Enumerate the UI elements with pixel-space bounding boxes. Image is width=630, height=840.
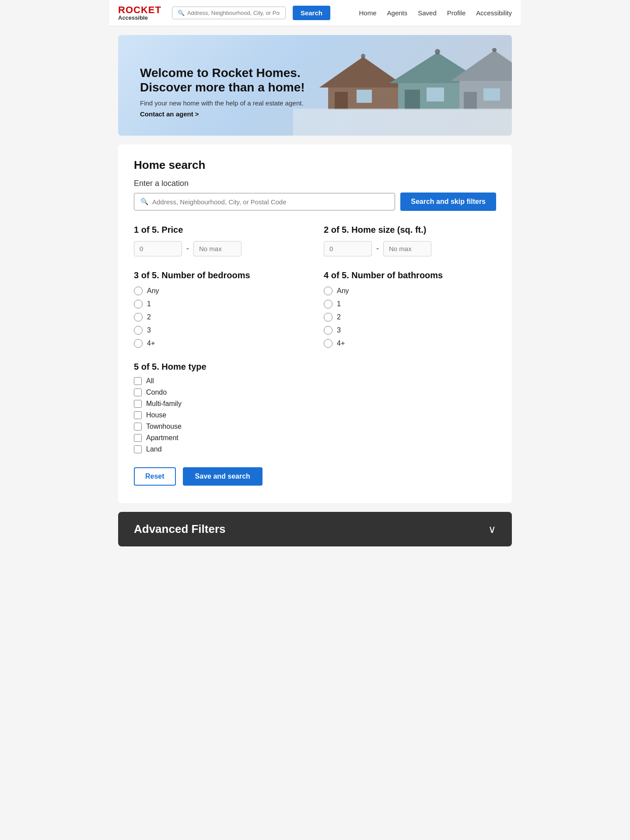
hero-text: Welcome to Rocket Homes.Discover more th…	[140, 66, 305, 118]
svg-point-14	[435, 49, 440, 54]
svg-rect-7	[405, 90, 420, 109]
header-search-bar[interactable]: 🔍	[172, 7, 286, 19]
type-townhouse[interactable]: Townhouse	[134, 423, 496, 430]
bedrooms-filter-title: 3 of 5. Number of bedrooms	[134, 270, 306, 280]
bathrooms-filter: 4 of 5. Number of bathrooms Any 1 2 3 4+	[324, 270, 496, 348]
bathrooms-any-label: Any	[337, 287, 349, 295]
header: ROCKET Accessible 🔍 Search Home Agents S…	[109, 0, 521, 26]
logo-rocket: ROCKET	[118, 5, 161, 15]
size-min-input[interactable]	[324, 241, 372, 256]
nav-agents[interactable]: Agents	[387, 9, 408, 17]
bathrooms-2[interactable]: 2	[324, 313, 496, 322]
bathrooms-4plus-radio[interactable]	[324, 339, 332, 348]
chevron-down-icon: ∨	[488, 523, 496, 536]
type-multifamily-checkbox[interactable]	[134, 400, 142, 408]
home-search-section: Home search Enter a location 🔍 Search an…	[118, 144, 512, 503]
type-land-checkbox[interactable]	[134, 445, 142, 453]
type-multifamily[interactable]: Multi-family	[134, 400, 496, 408]
type-all[interactable]: All	[134, 377, 496, 385]
bathrooms-2-radio[interactable]	[324, 313, 332, 322]
bathrooms-4plus[interactable]: 4+	[324, 339, 496, 348]
location-label: Enter a location	[134, 179, 496, 188]
size-range: -	[324, 241, 496, 256]
bathrooms-1-radio[interactable]	[324, 300, 332, 308]
nav-saved[interactable]: Saved	[418, 9, 437, 17]
header-search-input[interactable]	[187, 10, 280, 16]
size-filter: 2 of 5. Home size (sq. ft.) -	[324, 225, 496, 256]
bedrooms-3[interactable]: 3	[134, 326, 306, 335]
price-max-input[interactable]	[193, 241, 242, 256]
type-house-label: House	[146, 411, 166, 419]
home-type-section: 5 of 5. Home type All Condo Multi-family…	[134, 362, 496, 453]
bedrooms-3-label: 3	[147, 326, 151, 334]
svg-rect-12	[483, 88, 500, 101]
header-nav: Home Agents Saved Profile Accessibility	[359, 9, 512, 17]
type-house[interactable]: House	[134, 411, 496, 419]
svg-rect-11	[464, 92, 477, 109]
hero-section: Welcome to Rocket Homes.Discover more th…	[118, 35, 512, 136]
contact-agent-link[interactable]: Contact an agent >	[140, 110, 199, 118]
type-apartment-checkbox[interactable]	[134, 434, 142, 442]
action-buttons: Reset Save and search	[134, 467, 496, 486]
bedrooms-3-radio[interactable]	[134, 326, 143, 335]
header-search-button[interactable]: Search	[293, 6, 330, 20]
price-filter: 1 of 5. Price -	[134, 225, 306, 256]
bathrooms-4plus-label: 4+	[337, 340, 345, 347]
price-min-input[interactable]	[134, 241, 182, 256]
bedrooms-any-label: Any	[147, 287, 159, 295]
bedrooms-1[interactable]: 1	[134, 300, 306, 308]
type-all-checkbox[interactable]	[134, 377, 142, 385]
bathrooms-3[interactable]: 3	[324, 326, 496, 335]
location-input[interactable]	[152, 198, 388, 206]
svg-rect-16	[293, 108, 512, 136]
type-multifamily-label: Multi-family	[146, 400, 182, 408]
home-type-title: 5 of 5. Home type	[134, 362, 496, 372]
type-house-checkbox[interactable]	[134, 411, 142, 419]
logo-accessible: Accessible	[118, 15, 161, 21]
nav-profile[interactable]: Profile	[447, 9, 466, 17]
filters-grid: 1 of 5. Price - 2 of 5. Home size (sq. f…	[134, 225, 496, 348]
type-apartment[interactable]: Apartment	[134, 434, 496, 442]
svg-rect-8	[427, 88, 444, 102]
nav-accessibility[interactable]: Accessibility	[476, 9, 512, 17]
bedrooms-4plus[interactable]: 4+	[134, 339, 306, 348]
hero-title: Welcome to Rocket Homes.Discover more th…	[140, 66, 305, 95]
bedrooms-4plus-radio[interactable]	[134, 339, 143, 348]
type-land[interactable]: Land	[134, 445, 496, 453]
bathrooms-any-radio[interactable]	[324, 287, 332, 295]
search-icon: 🔍	[178, 10, 185, 16]
bathrooms-3-label: 3	[337, 326, 341, 334]
bathrooms-any[interactable]: Any	[324, 287, 496, 295]
size-separator: -	[376, 244, 379, 253]
bedrooms-1-radio[interactable]	[134, 300, 143, 308]
bedrooms-2-radio[interactable]	[134, 313, 143, 322]
search-skip-filters-button[interactable]: Search and skip filters	[400, 192, 496, 211]
save-search-button[interactable]: Save and search	[183, 467, 262, 486]
home-search-title: Home search	[134, 158, 496, 172]
bedrooms-any-radio[interactable]	[134, 287, 143, 295]
bedrooms-filter: 3 of 5. Number of bedrooms Any 1 2 3 4+	[134, 270, 306, 348]
type-land-label: Land	[146, 445, 162, 453]
type-condo-label: Condo	[146, 388, 167, 396]
nav-home[interactable]: Home	[359, 9, 377, 17]
size-filter-title: 2 of 5. Home size (sq. ft.)	[324, 225, 496, 235]
size-max-input[interactable]	[383, 241, 431, 256]
hero-illustration	[293, 48, 512, 136]
bathrooms-3-radio[interactable]	[324, 326, 332, 335]
type-condo[interactable]: Condo	[134, 388, 496, 396]
reset-button[interactable]: Reset	[134, 467, 176, 486]
type-apartment-label: Apartment	[146, 434, 178, 442]
location-input-wrapper[interactable]: 🔍	[134, 193, 395, 210]
svg-rect-4	[357, 90, 372, 103]
bedrooms-4plus-label: 4+	[147, 340, 155, 347]
svg-point-13	[361, 54, 365, 58]
logo: ROCKET Accessible	[118, 5, 161, 21]
bathrooms-1-label: 1	[337, 300, 341, 308]
advanced-filters-section[interactable]: Advanced Filters ∨	[118, 512, 512, 546]
bedrooms-any[interactable]: Any	[134, 287, 306, 295]
bathrooms-filter-title: 4 of 5. Number of bathrooms	[324, 270, 496, 280]
bathrooms-1[interactable]: 1	[324, 300, 496, 308]
type-townhouse-checkbox[interactable]	[134, 423, 142, 430]
type-condo-checkbox[interactable]	[134, 388, 142, 396]
bedrooms-2[interactable]: 2	[134, 313, 306, 322]
